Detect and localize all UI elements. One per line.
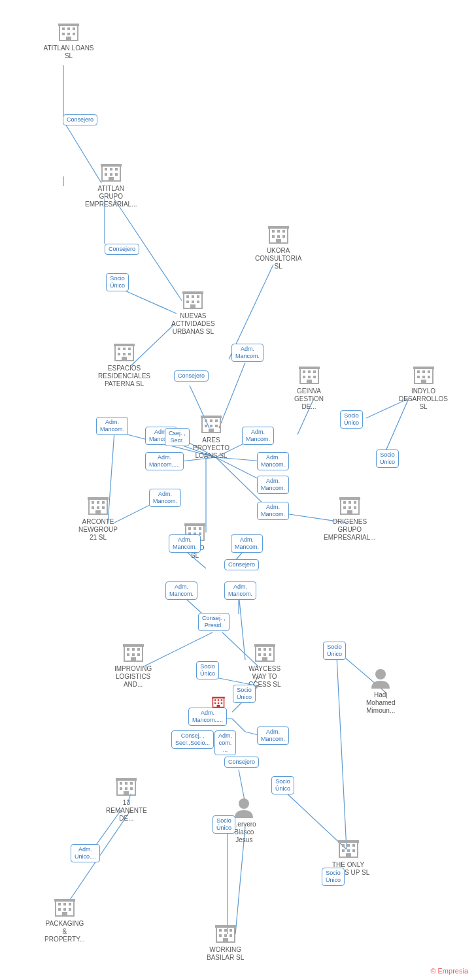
role-badge-adm-mancom-7[interactable]: Adm.Mancom.: [257, 476, 289, 494]
company-label-indylo: INDYLODESARROLLOSSL: [399, 387, 448, 411]
svg-rect-127: [88, 497, 109, 500]
role-badge-socio-unico-indylo-2[interactable]: SocioÚnico: [376, 449, 399, 468]
svg-rect-89: [128, 353, 131, 355]
svg-rect-100: [299, 367, 320, 369]
svg-rect-169: [218, 702, 219, 704]
svg-rect-157: [264, 648, 266, 651]
svg-rect-202: [224, 929, 227, 932]
svg-rect-72: [276, 239, 281, 243]
svg-rect-126: [95, 510, 101, 514]
role-badge-consej-presid[interactable]: Consej. ,Presid.: [198, 613, 230, 631]
company-geinva: GEINVAGESTIONDE...: [294, 363, 324, 411]
role-badge-socio-unico-indylo-1[interactable]: SocioÚnico: [340, 410, 363, 429]
role-badge-adm-mancom-2[interactable]: Adm.Mancom.: [96, 417, 128, 435]
svg-rect-98: [313, 376, 316, 378]
person-label-hadj: HadjMohamedMimoun...: [366, 691, 395, 715]
role-badge-socio-unico-5[interactable]: SocioÚnico: [271, 776, 294, 794]
company-atitlan-grupo: ATITLANGRUPOEMPRESARIAL...: [85, 160, 137, 208]
role-badge-consejero-3[interactable]: Consejero: [174, 370, 209, 382]
role-badge-socio-unico-7[interactable]: SocioÚnico: [212, 815, 235, 834]
svg-rect-208: [215, 925, 236, 928]
role-badge-adm-mancom-14[interactable]: Adm.Mancom.....: [188, 708, 227, 726]
svg-rect-93: [303, 370, 305, 373]
role-badge-socio-unico-3[interactable]: SocioÚnico: [233, 685, 256, 703]
svg-rect-154: [123, 644, 144, 647]
role-badge-adm-mancom-12[interactable]: Adm.Mancom.: [224, 581, 256, 600]
role-badge-csej-secr[interactable]: Csej. ,Secr.: [165, 428, 190, 446]
role-badge-socio-unico-6[interactable]: SocioÚnico: [322, 868, 345, 886]
svg-rect-196: [63, 908, 66, 911]
role-badge-consejero-5[interactable]: Consejero: [224, 757, 259, 768]
svg-rect-190: [338, 840, 359, 843]
svg-rect-55: [58, 24, 79, 26]
company-label-ares: ARESPROYECTOLOANS SL: [193, 436, 230, 460]
svg-rect-48: [62, 27, 65, 30]
role-badge-adm-mancom-15[interactable]: Adm.Mancom.: [257, 727, 289, 745]
role-badge-consejero-1[interactable]: Consejero: [63, 114, 97, 125]
svg-rect-121: [97, 501, 99, 504]
role-badge-adm-mancom-13[interactable]: Adm.Mancom.: [165, 581, 197, 600]
company-label-origenes: ORIGENESGRUPOEMPRESARIAL...: [324, 518, 375, 542]
role-badge-consejero-4[interactable]: Consejero: [224, 559, 259, 570]
svg-rect-149: [137, 648, 140, 651]
role-badge-socio-unico-2[interactable]: SocioÚnico: [196, 661, 219, 679]
role-badge-adm-mancom-1[interactable]: Adm.Mancom.: [231, 344, 264, 362]
role-badge-adm-mancom-6[interactable]: Adm.Mancom.: [257, 452, 289, 470]
role-badge-adm-unico[interactable]: Adm.Unico....: [71, 844, 100, 862]
svg-rect-131: [199, 527, 201, 530]
svg-rect-158: [269, 648, 271, 651]
svg-rect-161: [269, 653, 271, 656]
role-badge-adm-mancom-9[interactable]: Adm.Mancom.: [149, 489, 181, 507]
svg-rect-203: [230, 929, 232, 932]
svg-rect-87: [118, 353, 120, 355]
role-badge-adm-mancom-4[interactable]: Adm.Mancom.....: [145, 452, 184, 470]
svg-rect-179: [130, 787, 133, 790]
svg-rect-123: [92, 506, 94, 509]
role-badge-adm-mancom-5[interactable]: Adm.Mancom.: [242, 427, 274, 445]
svg-rect-197: [69, 908, 71, 911]
company-indylo: INDYLODESARROLLOSSL: [399, 363, 448, 411]
svg-rect-124: [97, 506, 99, 509]
svg-rect-188: [352, 849, 355, 852]
svg-rect-140: [354, 501, 356, 504]
role-badge-adm-mancom-8[interactable]: Adm.Mancom.: [257, 502, 289, 520]
svg-rect-71: [282, 235, 285, 238]
svg-rect-104: [428, 370, 430, 373]
svg-rect-63: [109, 177, 114, 181]
svg-rect-97: [308, 376, 311, 378]
svg-rect-189: [346, 853, 351, 857]
svg-rect-57: [105, 168, 107, 171]
company-arconte: ARCONTENEWGROUP21 SL: [78, 493, 118, 542]
svg-rect-61: [110, 173, 112, 176]
role-badge-socio-unico-4[interactable]: SocioÚnico: [323, 642, 346, 660]
person-cervero: ...erveroBlascoJesus: [232, 796, 256, 844]
svg-rect-120: [92, 501, 94, 504]
svg-rect-166: [218, 699, 219, 700]
svg-rect-105: [417, 376, 420, 378]
svg-rect-199: [54, 899, 75, 902]
role-badge-socio-unico-1[interactable]: SocioÚnico: [106, 273, 129, 291]
svg-rect-177: [120, 787, 122, 790]
svg-rect-117: [209, 429, 214, 433]
svg-rect-75: [186, 295, 189, 298]
svg-rect-76: [192, 295, 194, 298]
svg-rect-68: [282, 230, 285, 233]
role-badge-consejero-2[interactable]: Consejero: [105, 244, 139, 255]
svg-point-209: [375, 669, 386, 679]
company-espacios: ESPACIOSRESIDENCIALESPATERNA SL: [98, 340, 150, 388]
company-origenes: ORIGENESGRUPOEMPRESARIAL...: [324, 493, 375, 542]
company-ares: ARESPROYECTOLOANS SL: [193, 412, 230, 460]
role-badge-adm-mancom-10[interactable]: Adm.Mancom.: [169, 534, 201, 553]
svg-rect-62: [115, 173, 118, 176]
svg-rect-80: [197, 301, 199, 303]
svg-rect-183: [342, 844, 345, 847]
role-badge-consej-secr-socio[interactable]: Consej. ,Secr.,Socio...: [171, 730, 214, 749]
svg-rect-49: [67, 27, 70, 30]
company-waycess: WAYCESSWAY TOCCESS SL: [248, 640, 280, 689]
svg-rect-64: [101, 164, 122, 167]
svg-rect-122: [102, 501, 105, 504]
role-badge-adm-com[interactable]: Adm.com....: [214, 730, 236, 755]
svg-rect-103: [422, 370, 425, 373]
svg-rect-96: [303, 376, 305, 378]
role-badge-adm-mancom-11[interactable]: Adm.Mancom.: [231, 534, 263, 553]
